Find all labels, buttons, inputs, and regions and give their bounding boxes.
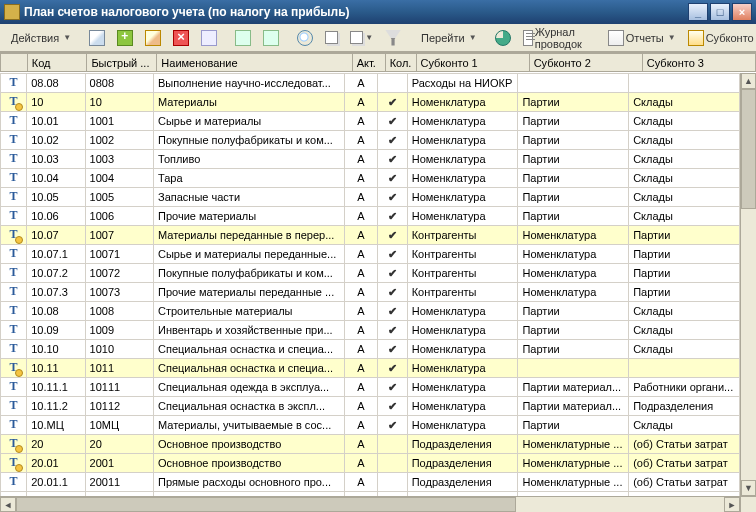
add-button[interactable] (112, 27, 138, 49)
table-row[interactable]: T20.01.120011Прямые расходы основного пр… (1, 473, 740, 492)
hscroll-thumb[interactable] (16, 497, 516, 512)
table-row[interactable]: T10.111011Специальная оснастка и специа.… (1, 359, 740, 378)
scroll-up-arrow[interactable]: ▲ (741, 73, 756, 89)
cell-sub3: Партии (629, 283, 740, 302)
table-row[interactable]: T10.081008Строительные материалыА✔Номенк… (1, 302, 740, 321)
col-code[interactable]: Код (27, 54, 87, 72)
vscroll-thumb[interactable] (741, 89, 756, 209)
col-name[interactable]: Наименование (157, 54, 352, 72)
cell-qty: ✔ (377, 207, 407, 226)
col-sub2[interactable]: Субконто 2 (529, 54, 642, 72)
cell-sub1: Номенклатура (407, 416, 518, 435)
find-button[interactable] (292, 27, 318, 49)
table-row[interactable]: T20.012001Основное производствоАПодразде… (1, 454, 740, 473)
accounts-table-header: Код Быстрый ... Наименование Акт. Кол. С… (0, 53, 756, 72)
subkonto-icon (688, 30, 704, 46)
account-t-icon: T (6, 246, 22, 262)
report-icon (608, 30, 624, 46)
table-row[interactable]: T10.041004ТараА✔НоменклатураПартииСклады (1, 169, 740, 188)
copy-button[interactable] (320, 27, 343, 49)
cell-sub1: Контрагенты (407, 245, 518, 264)
row-icon-cell: T (1, 188, 27, 207)
vertical-scrollbar[interactable]: ▲ ▼ (740, 73, 756, 496)
cell-fast: 1009 (85, 321, 153, 340)
delete-button[interactable] (168, 27, 194, 49)
table-row[interactable]: T10.051005Запасные частиА✔НоменклатураПа… (1, 188, 740, 207)
table-row[interactable]: T10.101010Специальная оснастка и специа.… (1, 340, 740, 359)
table-row[interactable]: T10.07.110071Сырье и материалы переданны… (1, 245, 740, 264)
move-button[interactable] (258, 27, 284, 49)
col-qty[interactable]: Кол. (385, 54, 416, 72)
cell-name: Тара (154, 169, 345, 188)
scroll-down-arrow[interactable]: ▼ (741, 480, 756, 496)
table-row[interactable]: T10.091009Инвентарь и хозяйственные при.… (1, 321, 740, 340)
table-row[interactable]: T10.07.310073Прочие материалы переданные… (1, 283, 740, 302)
row-icon-cell: T (1, 321, 27, 340)
cell-qty (377, 74, 407, 93)
cell-qty: ✔ (377, 131, 407, 150)
cell-sub2: Партии (518, 416, 629, 435)
cell-code: 10.03 (27, 150, 85, 169)
cell-act: А (345, 435, 377, 454)
cell-qty: ✔ (377, 245, 407, 264)
filter-button[interactable] (380, 27, 406, 49)
table-row[interactable]: T10.071007Материалы переданные в перер..… (1, 226, 740, 245)
title-bar: План счетов налогового учета (по налогу … (0, 0, 756, 24)
col-fast[interactable]: Быстрый ... (87, 54, 157, 72)
account-t-icon: T (6, 113, 22, 129)
col-icon[interactable] (1, 54, 28, 72)
cell-sub2: Номенклатурные ... (518, 454, 629, 473)
reports-menu[interactable]: Отчеты ▼ (603, 27, 681, 49)
cell-sub3: Работники органи... (629, 378, 740, 397)
reports-label: Отчеты (624, 32, 666, 44)
cell-code: 20 (27, 435, 85, 454)
actions-menu[interactable]: Действия ▼ (4, 27, 76, 49)
cell-name: Специальная оснастка и специа... (154, 340, 345, 359)
hscroll-track[interactable] (16, 497, 724, 512)
goto-menu[interactable]: Перейти ▼ (414, 27, 482, 49)
table-body-scroll[interactable]: T08.080808Выполнение научно-исследоват..… (0, 73, 740, 496)
table-row[interactable]: T10.07.210072Покупные полуфабрикаты и ко… (1, 264, 740, 283)
hierarchy-button[interactable] (230, 27, 256, 49)
cell-fast: 1002 (85, 131, 153, 150)
cell-code: 10.02 (27, 131, 85, 150)
cell-sub3: (об) Статьи затрат (629, 435, 740, 454)
table-row[interactable]: T10.061006Прочие материалыА✔Номенклатура… (1, 207, 740, 226)
table-row[interactable]: T10.МЦ10МЦМатериалы, учитываемые в сос..… (1, 416, 740, 435)
refresh-button[interactable] (490, 27, 516, 49)
cell-name: Материалы (154, 93, 345, 112)
table-row[interactable]: T08.080808Выполнение научно-исследоват..… (1, 74, 740, 93)
table-row[interactable]: T10.11.210112Специальная оснастка в эксп… (1, 397, 740, 416)
maximize-button[interactable]: □ (710, 3, 730, 21)
table-row[interactable]: T10.11.110111Специальная одежда в эксплу… (1, 378, 740, 397)
refresh-icon (495, 30, 511, 46)
table-row[interactable]: T10.011001Сырье и материалыА✔Номенклатур… (1, 112, 740, 131)
table-row[interactable]: T2020Основное производствоАПодразделения… (1, 435, 740, 454)
cell-sub1: Номенклатура (407, 397, 518, 416)
table-row[interactable]: T1010МатериалыА✔НоменклатураПартииСклады (1, 93, 740, 112)
new-button[interactable] (84, 27, 110, 49)
horizontal-scrollbar[interactable]: ◄ ► (0, 496, 740, 512)
table-row[interactable]: T10.021002Покупные полуфабрикаты и ком..… (1, 131, 740, 150)
subkonto-menu[interactable]: Субконто ▼ (683, 27, 756, 49)
account-t-icon: T (6, 455, 22, 471)
cell-act: А (345, 245, 377, 264)
cell-fast: 1003 (85, 150, 153, 169)
col-sub3[interactable]: Субконто 3 (642, 54, 755, 72)
journal-button[interactable]: Журнал проводок (518, 27, 595, 49)
mark-button[interactable] (196, 27, 222, 49)
close-button[interactable]: × (732, 3, 752, 21)
col-act[interactable]: Акт. (352, 54, 385, 72)
cell-qty: ✔ (377, 188, 407, 207)
vscroll-track[interactable] (741, 89, 756, 480)
scroll-right-arrow[interactable]: ► (724, 497, 740, 512)
scroll-left-arrow[interactable]: ◄ (0, 497, 16, 512)
col-sub1[interactable]: Субконто 1 (416, 54, 529, 72)
cell-fast: 1004 (85, 169, 153, 188)
table-row[interactable]: T10.031003ТопливоА✔НоменклатураПартииСкл… (1, 150, 740, 169)
minimize-button[interactable]: _ (688, 3, 708, 21)
account-t-icon: T (6, 189, 22, 205)
chevron-down-icon: ▼ (469, 33, 477, 42)
paste-button[interactable]: ▼ (345, 27, 378, 49)
edit-button[interactable] (140, 27, 166, 49)
